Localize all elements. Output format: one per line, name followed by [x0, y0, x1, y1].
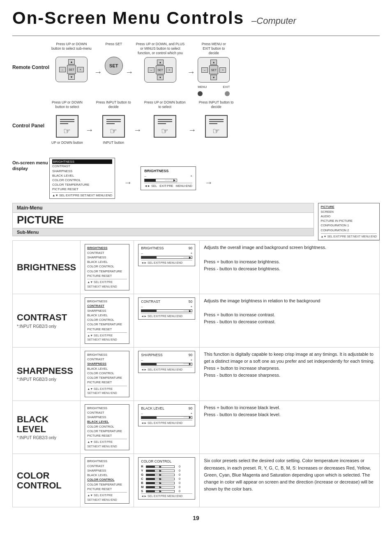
menu-submenu-sharpness: BRIGHTNESSCONTRASTSHARPNESSBLACK LEVELCO… — [81, 347, 134, 401]
slider-track: ·······▶ — [141, 363, 192, 366]
color-row-Y: Y ·····▶ 0 — [141, 469, 192, 472]
panel-line — [60, 123, 68, 124]
remote-step-3: Press UP or DOWN, and PLUSor MINUS butto… — [136, 42, 184, 83]
control-panel-label: Control Panel — [12, 100, 51, 129]
panel-line — [158, 119, 172, 120]
ctrl-step2-sublabel: INPUT button — [103, 140, 124, 154]
remote-control-label: Remote Control — [12, 42, 51, 70]
osd-menu-item: COLOR TEMPERATURE — [52, 182, 112, 187]
page-title: On-Screen Menu Controls — [12, 8, 244, 28]
menu-item-name-brightness: BRIGHTNESS — [13, 241, 81, 294]
color-label-Y: Y — [141, 469, 145, 472]
slider-filled — [141, 363, 157, 365]
set-center[interactable]: SET — [67, 65, 76, 74]
menu-desc-sharpness: This function is digitally capable to ke… — [200, 347, 380, 401]
color-row-B: B ·····▶ 0 — [141, 481, 192, 485]
sub-menu-item: COLOR CONTROL — [87, 371, 127, 375]
display-value: 90 — [189, 246, 192, 250]
sub-menu-item: PICTURE RESET — [87, 327, 127, 332]
set-center-4[interactable]: SET — [209, 65, 218, 74]
osd-menu-item: COLOR CONTROL — [52, 178, 112, 182]
hand-icon-4: ☞ — [212, 126, 220, 136]
ctrl-step1-label: Press UP or DOWNbutton to select — [52, 100, 83, 113]
menu-row-color_control: COLOR CONTROLBRIGHTNESSCONTRASTSHARPNESS… — [13, 454, 380, 507]
sub-menu-nav: ▲▼ SEL EXIT:PRE SET:NEXT MENU:END — [87, 332, 127, 342]
display-slider: ·······▶ — [141, 416, 192, 419]
up-btn-3[interactable]: ▲ — [157, 60, 164, 65]
control-step-4: Press INPUT button todecide ☞ — [199, 100, 234, 138]
menu-item-name-black_level: BLACK LEVEL*:INPUT RGB2/3 only — [13, 401, 81, 454]
down-btn[interactable]: ▼ — [68, 74, 75, 80]
item-name-color_control: COLOR CONTROL — [17, 471, 76, 491]
osd-menu-selected: BRIGHTNESS — [52, 159, 112, 164]
sub-menu-item: COLOR TEMPERATURE — [87, 269, 127, 274]
color-fill-S — [146, 491, 154, 492]
display-slider: ·······▶ — [141, 363, 192, 366]
osd-menu-item: CONTRAST — [52, 164, 112, 168]
color-fill-B — [146, 482, 154, 484]
color-row-R: R ·····▶ 0 — [141, 465, 192, 468]
sub-menu-item: COLOR TEMPERATURE — [87, 375, 127, 380]
menu-btn[interactable] — [198, 91, 203, 96]
color-track-S: ·····▶ — [146, 490, 175, 493]
sub-menu-item: SHARPNESS — [87, 415, 127, 419]
desc-text-black_level: Press + button to increase black level.P… — [204, 404, 375, 418]
page-number: 19 — [12, 515, 380, 521]
set-center-3[interactable]: SET — [156, 65, 165, 74]
menu-item-name-sharpness: SHARPNESS*:INPUT RGB2/3 only — [13, 347, 81, 401]
minus-btn-4[interactable]: – — [201, 67, 208, 73]
exit-btn[interactable] — [225, 91, 230, 96]
plus-btn-3[interactable]: + — [166, 67, 173, 73]
panel-line — [209, 121, 224, 122]
disp-plus: + — [191, 251, 193, 255]
ctrl-arrow-2: → — [134, 119, 142, 135]
up-btn[interactable]: ▲ — [68, 59, 75, 64]
minus-btn-3[interactable]: – — [148, 67, 154, 73]
sub-menu-item: CONTRAST — [87, 304, 127, 308]
disp-plus: + — [191, 358, 193, 362]
slider-fill — [145, 179, 156, 182]
down-btn-3[interactable]: ▼ — [157, 75, 164, 80]
plus-btn-4[interactable]: + — [219, 67, 226, 73]
display-title: BRIGHTNESS — [141, 246, 164, 250]
display-slider: ·······▶ — [141, 309, 192, 312]
sub-menu-header: Sub-Menu — [12, 228, 314, 236]
panel-line — [209, 123, 217, 124]
color-dots: ·····▶ — [155, 490, 162, 493]
slider-dots: ·······▶ — [157, 256, 192, 259]
up-btn-4[interactable]: ▲ — [210, 60, 217, 65]
color-nav: ◄► SEL EXIT:PRE MENU:END — [141, 493, 192, 497]
sub-menu-nav: ▲▼ SEL EXIT:PRE SET:NEXT MENU:END — [87, 439, 127, 449]
menu-row-sharpness: SHARPNESS*:INPUT RGB2/3 onlyBRIGHTNESSCO… — [13, 347, 380, 401]
panel-line — [106, 123, 115, 124]
display-box-brightness: BRIGHTNESS 90 – + ·······▶ ◄► SEL EXIT:P… — [138, 244, 195, 266]
set-btn-widget[interactable]: SET — [105, 57, 123, 75]
display-nav: ◄► SEL EXIT:PRE MENU:END — [141, 367, 192, 371]
plus-btn[interactable]: + — [77, 67, 84, 72]
desc-text-contrast: Adjusts the image brightness in relation… — [204, 297, 375, 325]
color-dots: ·····▶ — [155, 486, 162, 489]
osd-menu-item: BLACK LEVEL — [52, 173, 112, 178]
sub-menu-item: BRIGHTNESS — [87, 352, 127, 357]
menu-submenu-black_level: BRIGHTNESSCONTRASTSHARPNESSBLACK LEVELCO… — [81, 401, 134, 454]
minus-btn[interactable]: – — [59, 67, 66, 72]
ctrl-step1-sublabel: UP or DOWN button — [51, 140, 83, 154]
sub-menu-list-sharpness: BRIGHTNESSCONTRASTSHARPNESSBLACK LEVELCO… — [85, 351, 129, 397]
sub-menu-item: SHARPNESS — [87, 468, 127, 473]
color-dots: ·····▶ — [155, 473, 162, 477]
display-title-row: CONTRAST 50 — [141, 299, 192, 304]
remote-step-4: Press MENU orEXIT button todecide – ▲ SE… — [198, 42, 230, 96]
color-track-B: ·····▶ — [146, 482, 175, 484]
step2-label: Press SET — [106, 42, 122, 55]
ctrl-arrow-1: → — [85, 119, 94, 135]
title-row: On-Screen Menu Controls –Computer — [12, 8, 380, 28]
color-val-G: 0 — [175, 473, 180, 477]
down-btn-4[interactable]: ▼ — [210, 75, 217, 80]
color-val-Y: 0 — [175, 469, 180, 472]
color-dots: ·····▶ — [155, 465, 162, 468]
menu-desc-contrast: Adjusts the image brightness in relation… — [200, 294, 380, 348]
main-menu-header-text: Main-Menu — [17, 205, 43, 211]
panel-diagram-3: ☞ — [154, 115, 176, 138]
display-value: 90 — [189, 353, 192, 357]
osd-menu-item: PICTURE RESET — [52, 187, 112, 191]
